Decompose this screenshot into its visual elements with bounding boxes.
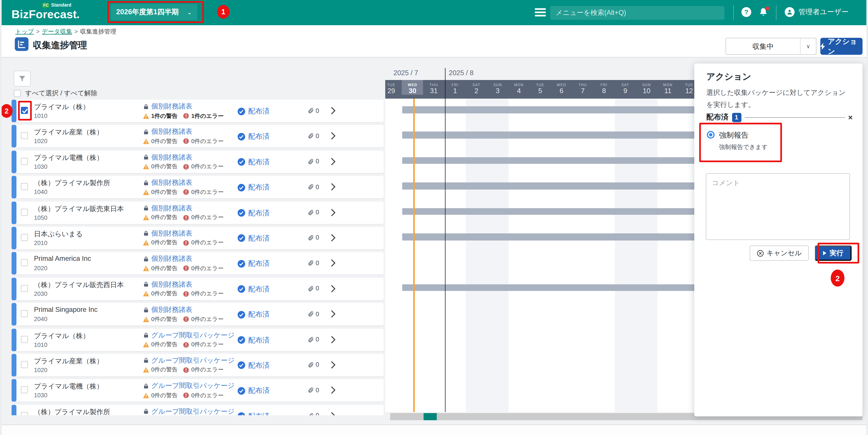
warning-error-line: 1件の警告 1件のエラー <box>143 112 224 120</box>
package-row[interactable]: （株）プライマル製作所 1040 グループ間取引パッケージ 0件の警告 0件のエ… <box>11 405 384 415</box>
attachments[interactable]: 0 <box>308 183 319 190</box>
attachments[interactable]: 0 <box>308 132 319 139</box>
row-checkbox[interactable] <box>21 209 28 216</box>
attachments[interactable]: 0 <box>308 234 319 241</box>
error-icon <box>183 367 189 373</box>
chevron-right-icon[interactable] <box>331 107 336 115</box>
status-badge: 配布済 <box>237 386 270 396</box>
attachments[interactable]: 0 <box>308 336 319 343</box>
row-checkbox[interactable] <box>21 158 28 165</box>
package-link[interactable]: 個別財務諸表 <box>151 102 192 111</box>
package-row[interactable]: プライマル（株） 1010 グループ間取引パッケージ 0件の警告 0件のエラー … <box>11 329 384 351</box>
package-link[interactable]: 個別財務諸表 <box>151 204 192 213</box>
package-row[interactable]: プライマル産業（株） 1020 個別財務諸表 0件の警告 0件のエラー 配布済 … <box>11 125 384 148</box>
chevron-right-icon[interactable] <box>331 386 336 394</box>
package-link[interactable]: 個別財務諸表 <box>151 280 192 289</box>
package-row[interactable]: プライマル電機（株） 1030 個別財務諸表 0件の警告 0件のエラー 配布済 … <box>11 151 384 173</box>
paperclip-icon <box>308 310 314 317</box>
package-link[interactable]: 個別財務諸表 <box>151 178 192 188</box>
row-checkbox[interactable] <box>21 234 28 241</box>
attachments[interactable]: 0 <box>308 310 319 317</box>
row-checkbox[interactable] <box>21 107 28 114</box>
row-accent-bar <box>11 151 17 173</box>
menu-search-input[interactable]: メニューを検索(Alt+Q) <box>550 6 724 20</box>
cancel-button[interactable]: キャンセル <box>750 245 809 261</box>
execute-button[interactable]: 実行 <box>815 245 852 261</box>
chevron-right-icon[interactable] <box>331 336 336 343</box>
warning-count: 0件の警告 <box>151 315 178 323</box>
scrollbar-thumb[interactable] <box>424 413 437 420</box>
notifications-button[interactable] <box>758 7 769 18</box>
paperclip-icon <box>308 132 314 139</box>
breadcrumb-link-data-collection[interactable]: データ収集 <box>42 28 72 35</box>
select-all-checkbox[interactable] <box>14 90 21 97</box>
attachments[interactable]: 0 <box>308 158 319 165</box>
chevron-right-icon[interactable] <box>331 285 336 292</box>
package-link[interactable]: 個別財務諸表 <box>151 229 192 239</box>
attachments[interactable]: 0 <box>308 209 319 216</box>
row-checkbox[interactable] <box>21 336 28 343</box>
package-row[interactable]: （株）プライマル製作所 1040 個別財務諸表 0件の警告 0件のエラー 配布済… <box>11 176 384 198</box>
package-row[interactable]: Primal Singapore Inc 2040 個別財務諸表 0件の警告 0… <box>11 303 384 325</box>
package-row[interactable]: （株）プライマル販売西日本 2030 個別財務諸表 0件の警告 0件のエラー 配… <box>11 278 384 300</box>
package-row[interactable]: プライマル産業（株） 1020 グループ間取引パッケージ 0件の警告 0件のエラ… <box>11 354 384 376</box>
package-line: 個別財務諸表 <box>143 280 192 289</box>
gantt-day-cell: MON 4 <box>508 80 530 95</box>
action-button[interactable]: アクション <box>820 38 863 55</box>
app-logo[interactable]: FC Standard BizForecast <box>11 2 79 20</box>
attachments[interactable]: 0 <box>308 285 319 292</box>
row-checkbox[interactable] <box>21 310 28 317</box>
chevron-right-icon[interactable] <box>331 361 336 369</box>
row-checkbox[interactable] <box>21 259 28 267</box>
package-row[interactable]: （株）プライマル販売東日本 1050 個別財務諸表 0件の警告 0件のエラー 配… <box>11 201 384 224</box>
attachments[interactable]: 0 <box>308 386 319 394</box>
package-link[interactable]: グループ間取引パッケージ <box>151 331 235 340</box>
row-checkbox[interactable] <box>21 132 28 139</box>
package-row[interactable]: プライマル（株） 1010 個別財務諸表 1件の警告 1件のエラー 配布済 0 <box>11 100 384 122</box>
package-row[interactable]: プライマル電機（株） 1030 グループ間取引パッケージ 0件の警告 0件のエラ… <box>11 379 384 402</box>
menu-hamburger-icon[interactable] <box>535 8 546 17</box>
comment-textarea[interactable] <box>706 173 850 240</box>
package-link[interactable]: 個別財務諸表 <box>151 153 192 162</box>
package-row[interactable]: 日本ぷらいまる 2010 個別財務諸表 0件の警告 0件のエラー 配布済 0 <box>11 227 384 249</box>
package-link[interactable]: グループ間取引パッケージ <box>151 381 235 391</box>
help-button[interactable]: ? <box>742 7 751 17</box>
chevron-right-icon[interactable] <box>331 209 336 216</box>
row-checkbox[interactable] <box>21 386 28 394</box>
filter-button[interactable] <box>14 71 31 87</box>
chevron-right-icon[interactable] <box>331 158 336 165</box>
attachments[interactable]: 0 <box>308 412 319 415</box>
company-code: 1030 <box>34 392 48 398</box>
user-menu[interactable]: 管理者ユーザー <box>785 7 849 17</box>
chevron-right-icon[interactable] <box>331 234 336 242</box>
package-row[interactable]: Primal America Inc 2020 個別財務諸表 0件の警告 0件の… <box>11 252 384 275</box>
row-checkbox[interactable] <box>21 412 28 415</box>
row-checkbox[interactable] <box>21 285 28 292</box>
package-link[interactable]: 個別財務諸表 <box>151 254 192 264</box>
chevron-right-icon[interactable] <box>331 310 336 318</box>
chevron-right-icon[interactable] <box>331 412 336 415</box>
close-icon[interactable]: × <box>848 113 852 122</box>
package-link[interactable]: グループ間取引パッケージ <box>151 407 235 415</box>
breadcrumb-link-top[interactable]: トップ <box>16 28 34 35</box>
status-filter-select[interactable]: 収集中 ∨ <box>725 38 816 55</box>
gantt-day-cell: THU 31 <box>423 80 444 95</box>
chevron-right-icon[interactable] <box>331 259 336 267</box>
warning-count: 0件の警告 <box>151 239 178 247</box>
period-selector[interactable]: 2026年度第1四半期 ⌄ <box>111 4 197 20</box>
chevron-right-icon[interactable] <box>331 132 336 140</box>
row-checkbox[interactable] <box>21 183 28 190</box>
day-of-week: THU <box>572 83 593 87</box>
package-link[interactable]: 個別財務諸表 <box>151 127 192 137</box>
attachments[interactable]: 0 <box>308 107 319 114</box>
status-text: 配布済 <box>248 106 270 116</box>
warning-error-line: 0件の警告 0件のエラー <box>143 188 224 196</box>
attachments[interactable]: 0 <box>308 259 319 267</box>
attachments[interactable]: 0 <box>308 361 319 368</box>
package-link[interactable]: 個別財務諸表 <box>151 305 192 315</box>
force-report-option[interactable]: 強制報告 強制報告できます <box>707 130 768 151</box>
radio-selected-icon[interactable] <box>707 131 715 139</box>
chevron-right-icon[interactable] <box>331 183 336 191</box>
package-link[interactable]: グループ間取引パッケージ <box>151 356 235 366</box>
row-checkbox[interactable] <box>21 361 28 368</box>
